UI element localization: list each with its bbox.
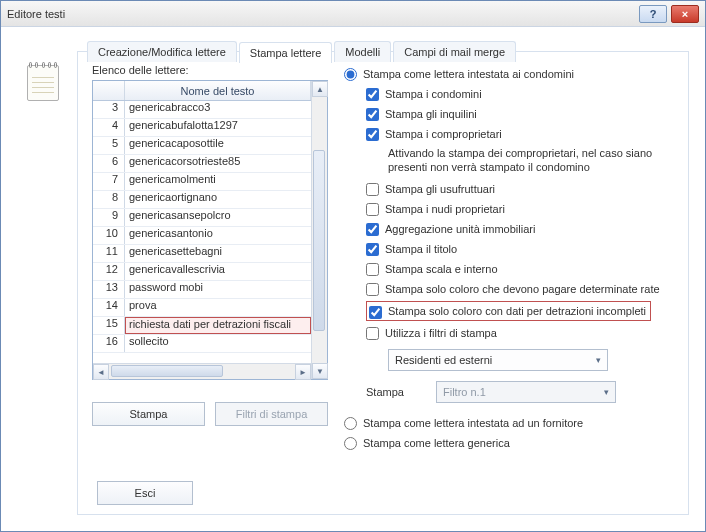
- tab-stampa-lettere[interactable]: Stampa lettere: [239, 42, 333, 63]
- cb-comproprietari[interactable]: Stampa i comproprietari: [344, 126, 674, 142]
- table-row[interactable]: 16sollecito: [93, 335, 311, 353]
- chevron-down-icon: ▾: [604, 387, 609, 397]
- vscrollbar[interactable]: ▲ ▼: [311, 81, 327, 379]
- scroll-down-icon[interactable]: ▼: [312, 363, 328, 379]
- tab-bar: Creazione/Modifica lettere Stampa letter…: [87, 41, 516, 62]
- radio-generica[interactable]: Stampa come lettera generica: [344, 435, 674, 451]
- stampa-label: Stampa: [366, 386, 426, 398]
- tab-modelli[interactable]: Modelli: [334, 41, 391, 62]
- table-row[interactable]: 14prova: [93, 299, 311, 317]
- dialog-window: Editore testi ? × Creazione/Modifica let…: [0, 0, 706, 532]
- radio-condomini[interactable]: Stampa come lettera intestata ai condomi…: [344, 66, 674, 82]
- cb-incompleti[interactable]: Stampa solo coloro con dati per detrazio…: [366, 301, 651, 321]
- scroll-up-icon[interactable]: ▲: [312, 81, 328, 97]
- table-row[interactable]: 12genericavallescrivia: [93, 263, 311, 281]
- select-residenti[interactable]: Residenti ed esterni ▾: [388, 349, 608, 371]
- print-button[interactable]: Stampa: [92, 402, 205, 426]
- radio-fornitore[interactable]: Stampa come lettera intestata ad un forn…: [344, 415, 674, 431]
- close-button[interactable]: ×: [671, 5, 699, 23]
- list-label: Elenco delle lettere:: [92, 64, 328, 76]
- col-header-num[interactable]: [93, 81, 125, 100]
- hint-comproprietari: Attivando la stampa dei comproprietari, …: [344, 146, 674, 174]
- col-header-name[interactable]: Nome del testo: [125, 81, 311, 100]
- cb-condomini[interactable]: Stampa i condomini: [344, 86, 674, 102]
- select-filtro[interactable]: Filtro n.1 ▾: [436, 381, 616, 403]
- print-filters-button[interactable]: Filtri di stampa: [215, 402, 328, 426]
- letters-grid[interactable]: Nome del testo 3genericabracco34generica…: [92, 80, 328, 380]
- help-button[interactable]: ?: [639, 5, 667, 23]
- cb-titolo[interactable]: Stampa il titolo: [344, 241, 674, 257]
- table-row[interactable]: 8genericaortignano: [93, 191, 311, 209]
- table-row[interactable]: 6genericacorsotrieste85: [93, 155, 311, 173]
- notepad-icon: [27, 65, 59, 101]
- table-row[interactable]: 15richiesta dati per detrazioni fiscali: [93, 317, 311, 335]
- cb-rate[interactable]: Stampa solo coloro che devono pagare det…: [344, 281, 674, 297]
- table-row[interactable]: 9genericasansepolcro: [93, 209, 311, 227]
- cb-aggregazione[interactable]: Aggregazione unità immobiliari: [344, 221, 674, 237]
- window-title: Editore testi: [7, 8, 639, 20]
- table-row[interactable]: 3genericabracco3: [93, 101, 311, 119]
- hscrollbar[interactable]: ◄ ►: [93, 363, 311, 379]
- titlebar: Editore testi ? ×: [1, 1, 705, 27]
- scroll-left-icon[interactable]: ◄: [93, 364, 109, 380]
- cb-scala[interactable]: Stampa scala e interno: [344, 261, 674, 277]
- table-row[interactable]: 10genericasantonio: [93, 227, 311, 245]
- table-row[interactable]: 5genericacaposottile: [93, 137, 311, 155]
- exit-button[interactable]: Esci: [97, 481, 193, 505]
- table-row[interactable]: 11genericasettebagni: [93, 245, 311, 263]
- tab-panel: Elenco delle lettere: Nome del testo 3ge…: [77, 51, 689, 515]
- table-row[interactable]: 13password mobi: [93, 281, 311, 299]
- cb-nudi[interactable]: Stampa i nudi proprietari: [344, 201, 674, 217]
- scroll-right-icon[interactable]: ►: [295, 364, 311, 380]
- cb-inquilini[interactable]: Stampa gli inquilini: [344, 106, 674, 122]
- table-row[interactable]: 7genericamolmenti: [93, 173, 311, 191]
- chevron-down-icon: ▾: [596, 355, 601, 365]
- cb-filtri[interactable]: Utilizza i filtri di stampa: [344, 325, 674, 341]
- table-row[interactable]: 4genericabufalotta1297: [93, 119, 311, 137]
- cb-incompleti-wrap: Stampa solo coloro con dati per detrazio…: [344, 301, 674, 321]
- print-options: Stampa come lettera intestata ai condomi…: [344, 64, 674, 500]
- tab-mail-merge[interactable]: Campi di mail merge: [393, 41, 516, 62]
- cb-usufruttuari[interactable]: Stampa gli usufruttuari: [344, 181, 674, 197]
- tab-creazione[interactable]: Creazione/Modifica lettere: [87, 41, 237, 62]
